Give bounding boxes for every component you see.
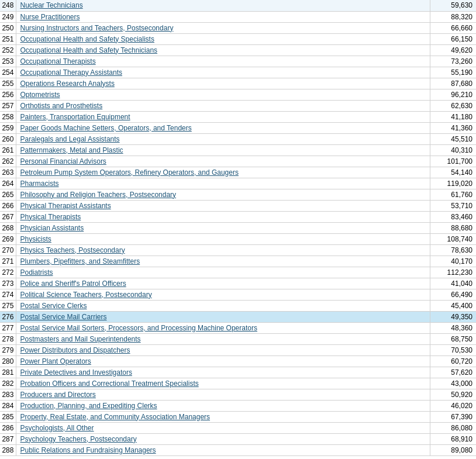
occupation-name[interactable]: Power Distributors and Dispatchers: [16, 344, 430, 356]
occupation-name[interactable]: Private Detectives and Investigators: [16, 367, 430, 378]
occupation-name[interactable]: Power Plant Operators: [16, 356, 430, 367]
occupation-link[interactable]: Psychology Teachers, Postsecondary: [20, 435, 136, 443]
salary-value: 41,360: [430, 122, 476, 133]
occupation-link[interactable]: Political Science Teachers, Postsecondar…: [20, 291, 151, 299]
occupation-link[interactable]: Philosophy and Religion Teachers, Postse…: [20, 191, 176, 199]
occupation-link[interactable]: Private Detectives and Investigators: [20, 368, 132, 377]
occupation-name[interactable]: Physics Teachers, Postsecondary: [16, 244, 430, 256]
occupation-name[interactable]: Nurse Practitioners: [16, 11, 430, 22]
occupation-name[interactable]: Physician Assistants: [16, 222, 430, 233]
occupation-link[interactable]: Paper Goods Machine Setters, Operators, …: [20, 124, 191, 132]
occupation-name[interactable]: Postal Service Mail Sorters, Processors,…: [16, 322, 430, 333]
row-number: 262: [0, 156, 16, 167]
occupation-link[interactable]: Postal Service Mail Carriers: [20, 313, 106, 321]
salary-value: 53,710: [430, 200, 476, 211]
occupation-link[interactable]: Physics Teachers, Postsecondary: [20, 246, 125, 254]
occupation-link[interactable]: Occupational Health and Safety Technicia…: [20, 46, 157, 54]
row-number: 254: [0, 67, 16, 78]
occupation-link[interactable]: Property, Real Estate, and Community Ass…: [20, 413, 210, 421]
occupation-link[interactable]: Operations Research Analysts: [20, 80, 114, 88]
occupation-name[interactable]: Patternmakers, Metal and Plastic: [16, 144, 430, 156]
row-number: 253: [0, 56, 16, 67]
occupation-link[interactable]: Production, Planning, and Expediting Cle…: [20, 402, 157, 410]
occupation-link[interactable]: Physical Therapist Assistants: [20, 202, 111, 210]
occupation-name[interactable]: Operations Research Analysts: [16, 78, 430, 89]
occupation-link[interactable]: Police and Sheriff's Patrol Officers: [20, 279, 126, 288]
occupation-link[interactable]: Power Distributors and Dispatchers: [20, 346, 130, 354]
occupation-name[interactable]: Property, Real Estate, and Community Ass…: [16, 411, 430, 422]
salary-value: 41,040: [430, 278, 476, 289]
occupation-link[interactable]: Paralegals and Legal Assistants: [20, 135, 119, 143]
salary-value: 112,230: [430, 267, 476, 278]
salary-value: 73,260: [430, 56, 476, 67]
occupation-name[interactable]: Nursing Instructors and Teachers, Postse…: [16, 22, 430, 33]
occupation-link[interactable]: Optometrists: [20, 91, 60, 99]
occupation-name[interactable]: Paralegals and Legal Assistants: [16, 133, 430, 144]
occupation-name[interactable]: Occupational Health and Safety Technicia…: [16, 44, 430, 56]
occupation-name[interactable]: Physical Therapists: [16, 211, 430, 222]
occupation-name[interactable]: Occupational Therapists: [16, 56, 430, 67]
occupation-name[interactable]: Psychology Teachers, Postsecondary: [16, 433, 430, 444]
occupation-name[interactable]: Personal Financial Advisors: [16, 156, 430, 167]
occupation-link[interactable]: Power Plant Operators: [20, 357, 91, 365]
occupation-name[interactable]: Paper Goods Machine Setters, Operators, …: [16, 122, 430, 133]
occupation-link[interactable]: Physical Therapists: [20, 213, 81, 221]
occupation-name[interactable]: Podiatrists: [16, 267, 430, 278]
occupation-name[interactable]: Postmasters and Mail Superintendents: [16, 333, 430, 344]
row-number: 255: [0, 78, 16, 89]
occupation-link[interactable]: Occupational Therapy Assistants: [20, 68, 122, 77]
occupation-name[interactable]: Probation Officers and Correctional Trea…: [16, 378, 430, 389]
occupation-name[interactable]: Occupational Therapy Assistants: [16, 67, 430, 78]
occupation-link[interactable]: Nurse Practitioners: [20, 13, 80, 21]
occupation-name[interactable]: Painters, Transportation Equipment: [16, 111, 430, 122]
salary-value: 45,400: [430, 300, 476, 311]
occupation-name[interactable]: Pharmacists: [16, 178, 430, 189]
occupation-link[interactable]: Psychologists, All Other: [20, 424, 94, 432]
occupation-link[interactable]: Painters, Transportation Equipment: [20, 113, 130, 121]
occupation-name[interactable]: Occupational Health and Safety Specialis…: [16, 33, 430, 44]
occupation-link[interactable]: Postal Service Mail Sorters, Processors,…: [20, 324, 257, 332]
occupation-link[interactable]: Personal Financial Advisors: [20, 157, 106, 165]
occupation-link[interactable]: Public Relations and Fundraising Manager…: [20, 446, 156, 454]
occupation-name[interactable]: Optometrists: [16, 89, 430, 100]
occupation-name[interactable]: Psychologists, All Other: [16, 422, 430, 433]
occupation-link[interactable]: Pharmacists: [20, 180, 58, 188]
occupation-link[interactable]: Plumbers, Pipefitters, and Steamfitters: [20, 257, 140, 265]
occupation-name[interactable]: Postal Service Clerks: [16, 300, 430, 311]
occupation-link[interactable]: Physicists: [20, 235, 51, 243]
occupation-link[interactable]: Postmasters and Mail Superintendents: [20, 335, 140, 343]
occupation-name[interactable]: Petroleum Pump System Operators, Refiner…: [16, 167, 430, 178]
occupation-link[interactable]: Producers and Directors: [20, 391, 95, 399]
row-number: 277: [0, 322, 16, 333]
salary-value: 49,350: [430, 311, 476, 322]
salary-value: 87,680: [430, 78, 476, 89]
occupation-name[interactable]: Philosophy and Religion Teachers, Postse…: [16, 189, 430, 200]
occupation-name[interactable]: Postal Service Mail Carriers: [16, 311, 430, 322]
occupation-link[interactable]: Physician Assistants: [20, 224, 84, 232]
occupation-name[interactable]: Producers and Directors: [16, 389, 430, 400]
occupation-name[interactable]: Public Relations and Fundraising Manager…: [16, 444, 430, 455]
occupation-link[interactable]: Orthotists and Prosthetists: [20, 102, 102, 110]
salary-value: 40,170: [430, 256, 476, 267]
occupation-name[interactable]: Physicists: [16, 233, 430, 244]
occupation-link[interactable]: Podiatrists: [20, 268, 53, 277]
occupation-name[interactable]: Political Science Teachers, Postsecondar…: [16, 289, 430, 300]
occupation-name[interactable]: Physical Therapist Assistants: [16, 200, 430, 211]
occupation-link[interactable]: Nuclear Technicians: [20, 1, 82, 9]
salary-value: 119,020: [430, 178, 476, 189]
salary-value: 108,740: [430, 233, 476, 244]
occupation-link[interactable]: Occupational Health and Safety Specialis…: [20, 35, 154, 43]
occupation-link[interactable]: Petroleum Pump System Operators, Refiner…: [20, 168, 239, 177]
occupation-name[interactable]: Orthotists and Prosthetists: [16, 100, 430, 111]
occupation-link[interactable]: Nursing Instructors and Teachers, Postse…: [20, 24, 173, 32]
salary-value: 40,310: [430, 144, 476, 156]
occupation-name[interactable]: Plumbers, Pipefitters, and Steamfitters: [16, 256, 430, 267]
occupation-name[interactable]: Nuclear Technicians: [16, 0, 430, 11]
occupation-link[interactable]: Patternmakers, Metal and Plastic: [20, 146, 123, 154]
row-number: 258: [0, 111, 16, 122]
occupation-name[interactable]: Police and Sheriff's Patrol Officers: [16, 278, 430, 289]
occupation-link[interactable]: Postal Service Clerks: [20, 302, 87, 310]
occupation-name[interactable]: Production, Planning, and Expediting Cle…: [16, 400, 430, 411]
occupation-link[interactable]: Occupational Therapists: [20, 57, 95, 65]
occupation-link[interactable]: Probation Officers and Correctional Trea…: [20, 379, 198, 388]
